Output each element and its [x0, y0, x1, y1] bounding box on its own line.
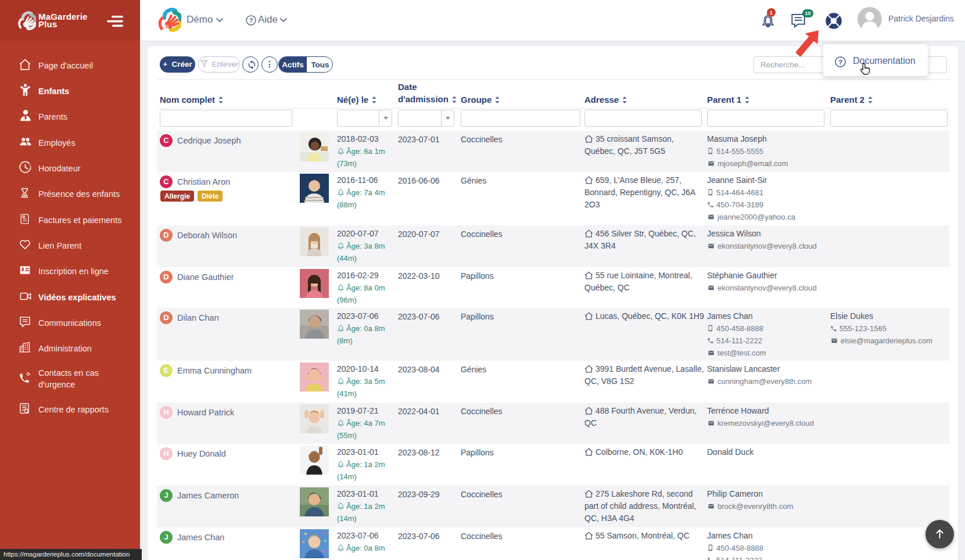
- svg-text:?: ?: [249, 17, 253, 24]
- svg-text:?: ?: [838, 58, 842, 66]
